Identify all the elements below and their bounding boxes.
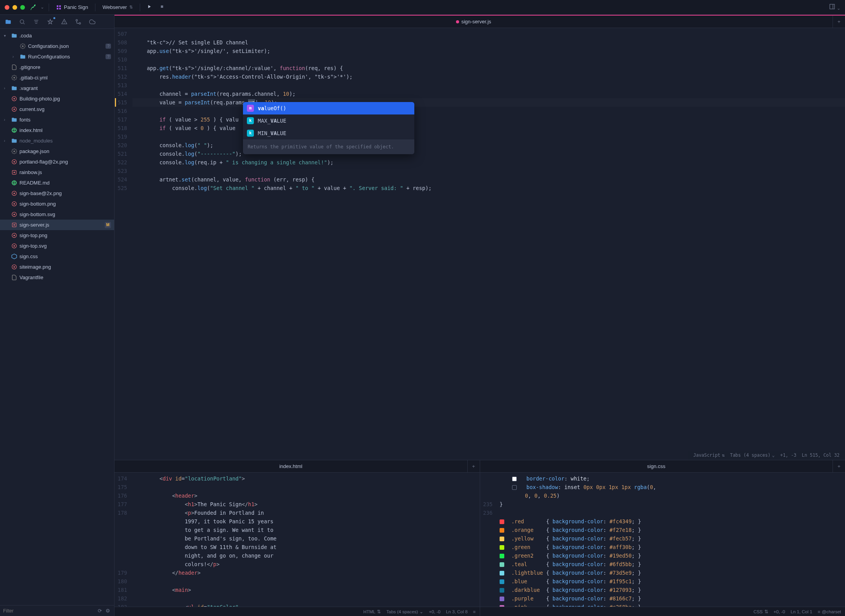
layout-button[interactable]: ⌄	[829, 4, 840, 11]
svg-point-27	[13, 161, 15, 163]
file-item[interactable]: rainbow.js	[0, 167, 114, 178]
file-item[interactable]: sign-top.png	[0, 230, 114, 241]
project-selector[interactable]: Panic Sign	[54, 3, 90, 12]
sidebar: ▾.codaConfiguration.json?›RunConfigurati…	[0, 15, 114, 616]
tab-sign-css[interactable]: sign.css	[480, 460, 833, 472]
status-indent[interactable]: Tabs (4 spaces) ⌄	[386, 609, 423, 614]
filter-bar: ⟳ ⚙	[0, 605, 114, 616]
autocomplete-item[interactable]: kMAX_VALUE	[243, 114, 414, 127]
file-tree[interactable]: ▾.codaConfiguration.json?›RunConfigurati…	[0, 29, 114, 605]
file-item[interactable]: portland-flag@2x.png	[0, 157, 114, 167]
svg-point-15	[79, 23, 81, 24]
file-item[interactable]: Building-photo.jpg	[0, 93, 114, 104]
tab-label: sign.css	[647, 463, 665, 469]
folder-item[interactable]: ▾.coda	[0, 30, 114, 41]
status-lang[interactable]: CSS ⇅	[753, 609, 768, 614]
minimize-window[interactable]	[12, 5, 17, 10]
tab-index-html[interactable]: index.html	[114, 460, 467, 472]
svg-point-25	[13, 151, 15, 152]
files-tab[interactable]	[2, 16, 15, 27]
autocomplete-popup: mvalueOf()kMAX_VALUEkMIN_VALUE Returns t…	[243, 102, 414, 154]
folder-item[interactable]: ›fonts	[0, 114, 114, 125]
file-item[interactable]: README.md	[0, 178, 114, 188]
svg-rect-4	[161, 5, 163, 8]
target-name: Webserver	[102, 4, 127, 10]
file-item[interactable]: sign-bottom.svg	[0, 209, 114, 220]
titlebar: ⌄ Panic Sign Webserver ⇅ ⌄	[0, 0, 845, 15]
run-button[interactable]	[145, 2, 153, 12]
chevron-down-icon[interactable]: ⌄	[40, 5, 44, 10]
file-item[interactable]: sign.css	[0, 251, 114, 262]
filter-input[interactable]	[3, 608, 95, 614]
autocomplete-item[interactable]: mvalueOf()	[243, 102, 414, 114]
settings-icon[interactable]: ⚙	[106, 608, 111, 614]
status-symbol[interactable]: ≡ @charset	[818, 609, 841, 614]
svg-point-16	[22, 46, 23, 47]
svg-rect-3	[59, 8, 61, 9]
bottom-left-editor: index.html + 174175176177178 17918018118…	[114, 460, 480, 616]
svg-point-46	[13, 266, 15, 268]
svg-point-29	[13, 172, 15, 173]
status-lang[interactable]: JavaScript ⇅	[694, 451, 725, 459]
folder-item[interactable]: ›node_modules	[0, 136, 114, 146]
zoom-window[interactable]	[20, 5, 25, 10]
clips-tab[interactable]	[44, 16, 57, 27]
status-lang[interactable]: HTML ⇅	[363, 609, 381, 614]
window-controls	[5, 5, 25, 10]
issues-tab[interactable]	[58, 16, 71, 27]
close-window[interactable]	[5, 5, 9, 10]
code-editor-bottom-right[interactable]: 235236 248 border-color: white; box-shad…	[480, 473, 845, 607]
svg-point-17	[13, 77, 15, 79]
status-indent[interactable]: Tabs (4 spaces) ⌄	[730, 451, 775, 459]
publish-tab[interactable]	[86, 16, 99, 27]
file-item[interactable]: siteimage.png	[0, 262, 114, 272]
top-editor: sign-server.js + 50750850951051151251351…	[114, 15, 845, 460]
svg-rect-2	[57, 8, 58, 9]
svg-point-7	[20, 19, 24, 23]
file-item[interactable]: .gitignore	[0, 62, 114, 72]
stop-button[interactable]	[158, 3, 166, 12]
status-diff: +1, -3	[780, 451, 797, 459]
refresh-icon[interactable]: ⟳	[98, 608, 103, 614]
file-item[interactable]: index.html	[0, 125, 114, 136]
status-diff: +0, -0	[774, 609, 785, 614]
file-item[interactable]: Configuration.json?	[0, 41, 114, 51]
git-tab[interactable]	[72, 16, 85, 27]
symbols-tab[interactable]	[30, 16, 43, 27]
tab-sign-server[interactable]: sign-server.js	[114, 16, 833, 28]
status-pos[interactable]: Ln 3, Col 8	[446, 609, 468, 614]
autocomplete-item[interactable]: kMIN_VALUE	[243, 127, 414, 139]
autocomplete-hint: Returns the primitive value of the speci…	[243, 139, 414, 154]
file-item[interactable]: sign-server.jsM	[0, 220, 114, 230]
folder-item[interactable]: ›RunConfigurations?	[0, 51, 114, 62]
file-item[interactable]: sign-base@2x.png	[0, 188, 114, 199]
file-item[interactable]: sign-top.svg	[0, 241, 114, 251]
status-symbol[interactable]: ≡	[473, 609, 476, 614]
file-item[interactable]: current.svg	[0, 104, 114, 114]
file-item[interactable]: package.json	[0, 146, 114, 157]
folder-item[interactable]: ›.vagrant	[0, 83, 114, 93]
search-tab[interactable]	[16, 16, 29, 27]
add-tab-button[interactable]: +	[833, 460, 845, 472]
bottom-right-editor: sign.css + 235236 248 border-color: whit…	[480, 460, 845, 616]
code-editor-top[interactable]: 5075085095105115125135145155165175185195…	[114, 28, 845, 460]
bottom-left-status: HTML ⇅ Tabs (4 spaces) ⌄ +0, -0 Ln 3, Co…	[114, 607, 480, 616]
svg-point-40	[13, 224, 15, 226]
svg-point-36	[13, 203, 15, 205]
status-pos[interactable]: Ln 515, Col 32	[802, 451, 840, 459]
file-item[interactable]: .gitlab-ci.yml	[0, 72, 114, 83]
svg-rect-5	[830, 4, 834, 9]
file-item[interactable]: Vagrantfile	[0, 272, 114, 283]
dirty-indicator	[456, 20, 459, 23]
code-editor-bottom-left[interactable]: 174175176177178 179180181182183 <div id=…	[114, 473, 480, 607]
status-pos[interactable]: Ln 1, Col 1	[790, 609, 812, 614]
file-item[interactable]: sign-bottom.png	[0, 199, 114, 209]
add-tab-button[interactable]: +	[833, 16, 845, 28]
target-selector[interactable]: Webserver ⇅	[100, 3, 135, 12]
chevron-updown-icon: ⇅	[129, 5, 133, 10]
add-tab-button[interactable]: +	[467, 460, 480, 472]
svg-point-14	[76, 19, 77, 21]
svg-point-38	[13, 214, 15, 215]
editor-area: sign-server.js + 50750850951051151251351…	[114, 15, 845, 616]
svg-point-34	[13, 193, 15, 194]
